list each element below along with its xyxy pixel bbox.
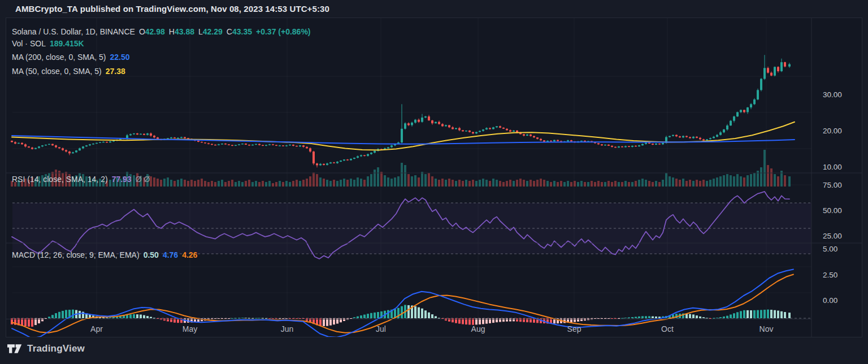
ma200-value: 22.50 (110, 53, 130, 62)
publication-header: AMBCrypto_TA published on TradingView.co… (15, 4, 329, 15)
axis-tick-label: 50.00 (823, 206, 842, 215)
macd-label: MACD (12, 26, close, 9, EMA, EMA) (12, 250, 140, 259)
rsi-value: 77.93 (112, 175, 132, 184)
month-label-jun: Jun (281, 324, 294, 333)
axis-tick-label: 5.00 (823, 245, 837, 253)
axis-tick-label: 0.00 (823, 296, 837, 305)
axis-tick-label: 75.00 (823, 181, 842, 189)
axis-tick-label: 30.00 (823, 90, 842, 99)
axis-tick-label: 20.00 (823, 127, 842, 135)
chart-widget: Solana / U.S. Dollar, 1D, BINANCE O42.98… (6, 18, 862, 337)
month-label-aug: Aug (471, 324, 485, 333)
ma200-label: MA (200, close, 0, SMA, 5) (12, 53, 106, 62)
volume-label: Vol · SOL (12, 39, 46, 48)
price-axis[interactable]: USD 43.35 14:36:10 30.0020.0010.0075.005… (813, 18, 862, 337)
month-label-oct: Oct (661, 324, 674, 333)
symbol-title: Solana / U.S. Dollar, 1D, BINANCE (12, 27, 135, 36)
tradingview-brand-text[interactable]: TradingView (27, 343, 85, 354)
month-label-sep: Sep (567, 324, 581, 333)
macd-hist-value: 0.50 (144, 250, 159, 259)
axis-tick-label: 10.00 (823, 163, 842, 171)
time-axis[interactable]: AprMayJunJulAugSepOctNov (6, 319, 811, 338)
published-chart-page: AMBCrypto_TA published on TradingView.co… (0, 0, 868, 364)
axis-tick-label: 25.00 (823, 232, 842, 240)
ma50-value: 27.38 (106, 67, 125, 76)
tradingview-logo-icon[interactable] (7, 343, 22, 355)
month-label-apr: Apr (90, 324, 103, 333)
macd-signal-value: 4.26 (182, 250, 197, 259)
macd-legend[interactable]: MACD (12, 26, close, 9, EMA, EMA) 0.50 4… (12, 250, 197, 259)
month-label-jul: Jul (376, 324, 386, 333)
ohlc-high: H43.88 (169, 27, 194, 36)
rsi-extra: Ø Ø (136, 175, 150, 184)
ohlc-open: O42.98 (139, 27, 165, 36)
axis-tick-label: 2.50 (823, 271, 837, 279)
ma50-legend[interactable]: MA (50, close, 0, SMA, 5) 27.38 (12, 67, 125, 76)
footer: TradingView (7, 343, 85, 355)
volume-value: 189.415K (50, 39, 84, 48)
month-label-may: May (183, 324, 197, 333)
month-label-nov: Nov (760, 324, 774, 333)
ma50-label: MA (50, close, 0, SMA, 5) (12, 67, 102, 76)
change-value: +0.37 (+0.86%) (256, 27, 311, 36)
macd-line-value: 4.76 (163, 250, 178, 259)
rsi-label: RSI (14, close, SMA, 14, 2) (12, 175, 108, 184)
symbol-legend[interactable]: Solana / U.S. Dollar, 1D, BINANCE O42.98… (12, 27, 311, 36)
ma200-legend[interactable]: MA (200, close, 0, SMA, 5) 22.50 (12, 53, 130, 62)
rsi-legend[interactable]: RSI (14, close, SMA, 14, 2) 77.93 Ø Ø (12, 175, 150, 184)
ohlc-close: C43.35 (227, 27, 252, 36)
volume-legend[interactable]: Vol · SOL 189.415K (12, 39, 84, 48)
ohlc-low: L42.29 (198, 27, 223, 36)
